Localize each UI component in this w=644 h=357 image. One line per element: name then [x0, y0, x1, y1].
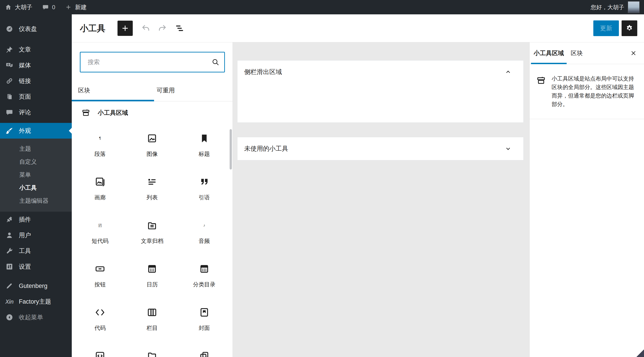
block-type-html[interactable] — [74, 340, 126, 357]
submenu-item[interactable]: 菜单 — [0, 168, 72, 181]
block-type-paragraph[interactable]: ¶段落 — [74, 123, 126, 166]
sidebar-item-label: 插件 — [19, 216, 31, 224]
image-icon — [146, 132, 158, 144]
submenu-item[interactable]: 主题编辑器 — [0, 194, 72, 207]
block-type-cover[interactable]: 封面 — [178, 297, 230, 340]
header-actions: 更新 — [593, 20, 644, 36]
block-type-quote[interactable]: 引语 — [178, 166, 230, 210]
admin-bar-site-menu[interactable]: 大胡子 — [0, 0, 37, 14]
file-icon — [146, 350, 158, 357]
sidebar-item-pages[interactable]: 页面 — [0, 89, 72, 104]
sidebar-item-dashboard[interactable]: 仪表盘 — [0, 21, 72, 37]
admin-bar-new[interactable]: 新建 — [60, 0, 92, 14]
pencil-icon — [5, 282, 14, 290]
sidebar-item-tools[interactable]: 工具 — [0, 243, 72, 259]
submenu-item[interactable]: 小工具 — [0, 181, 72, 194]
block-type-list[interactable]: 列表 — [126, 166, 178, 210]
plus-icon — [121, 24, 130, 33]
section-title: 小工具区域 — [98, 109, 128, 117]
description-text: 小工具区域是站点布局中可以支持区块的全局部分。这些区域因主题而异，但通常都是您的… — [552, 74, 638, 108]
sidebar-item-label: 评论 — [19, 108, 31, 116]
list-view-button[interactable] — [174, 23, 184, 34]
sidebar-item-label: 页面 — [19, 92, 31, 101]
block-type-audio[interactable]: ♪音频 — [178, 210, 230, 254]
sidebar-tab[interactable]: 区块 — [568, 42, 586, 64]
comment-count: 0 — [52, 4, 55, 11]
close-icon[interactable] — [628, 48, 638, 58]
sidebar-item-appearance[interactable]: 外观 — [0, 123, 72, 138]
sidebar-item-label: 设置 — [19, 262, 31, 271]
sidebar-item-plugin[interactable]: 插件 — [0, 212, 72, 228]
block-label: 按钮 — [94, 282, 106, 288]
editor: 小工具 更新 区块可重用 — [72, 14, 644, 357]
html-icon — [94, 350, 106, 357]
sidebar-item-comment[interactable]: 评论 — [0, 104, 72, 120]
sidebar-item-label: 链接 — [19, 77, 31, 85]
sidebar-item-label: Gutenberg — [19, 282, 48, 290]
sidebar-item-pushpin[interactable]: 文章 — [0, 42, 72, 58]
submenu-item[interactable]: 主题 — [0, 142, 72, 155]
sidebar-item-xin[interactable]: XinFactory主题 — [0, 294, 72, 310]
sidebar-item-pencil[interactable]: Gutenberg — [0, 278, 72, 294]
sidebar-item-media[interactable]: 媒体 — [0, 58, 72, 73]
inserter-tabs: 区块可重用 — [72, 80, 232, 101]
admin-bar-comments[interactable]: 0 — [37, 0, 60, 14]
list-icon — [146, 176, 158, 188]
new-label: 新建 — [75, 3, 86, 11]
undo-button[interactable] — [140, 23, 151, 34]
block-type-columns[interactable]: 栏目 — [126, 297, 178, 340]
block-type-file[interactable] — [126, 340, 178, 357]
xin-icon: Xin — [5, 297, 14, 306]
editor-header: 小工具 更新 — [72, 14, 644, 42]
comment-icon — [5, 108, 14, 117]
settings-toggle-button[interactable] — [622, 20, 637, 36]
submenu-item[interactable]: 自定义 — [0, 155, 72, 168]
block-label: 分类目录 — [193, 282, 216, 288]
block-label: 文章归档 — [141, 238, 163, 244]
block-type-gallery[interactable]: 画廊 — [74, 166, 126, 210]
block-label: 日历 — [146, 282, 158, 288]
update-button[interactable]: 更新 — [593, 20, 619, 36]
block-type-calendar[interactable]: 日历 — [126, 254, 178, 297]
block-label: 栏目 — [146, 325, 158, 331]
block-type-image[interactable]: 图像 — [126, 123, 178, 166]
widget-area-icon — [81, 108, 90, 118]
sidebar-item-settings[interactable]: 设置 — [0, 259, 72, 274]
block-type-heading[interactable]: 标题 — [178, 123, 230, 166]
sidebar-item-link[interactable]: 链接 — [0, 73, 72, 89]
group-icon — [199, 350, 210, 357]
widget-area-panel-header[interactable]: 侧栏滑出区域 — [238, 60, 523, 84]
gear-icon — [625, 24, 634, 32]
widget-area-description: 小工具区域是站点布局中可以支持区块的全局部分。这些区域因主题而异，但通常都是您的… — [530, 64, 644, 119]
sidebar-item-label: Factory主题 — [19, 298, 51, 306]
add-block-button[interactable] — [118, 21, 133, 36]
block-type-shortcode[interactable]: [/]短代码 — [74, 210, 126, 254]
scrollbar-thumb[interactable] — [230, 129, 232, 170]
admin-bar-account[interactable]: 您好，大胡子 — [591, 1, 644, 13]
block-type-group[interactable] — [178, 340, 230, 357]
sidebar-tab[interactable]: 小工具区域 — [531, 42, 567, 64]
audio-icon: ♪ — [204, 220, 205, 231]
block-type-categories[interactable]: 分类目录 — [178, 254, 230, 297]
inserter-tab[interactable]: 区块 — [72, 80, 154, 101]
block-type-archives[interactable]: 文章归档 — [126, 210, 178, 254]
redo-button[interactable] — [157, 23, 168, 34]
sidebar-item-users[interactable]: 用户 — [0, 228, 72, 243]
dashboard-icon — [5, 24, 14, 34]
block-label: 封面 — [199, 325, 210, 331]
greeting: 您好，大胡子 — [591, 4, 624, 11]
block-type-button[interactable]: 按钮 — [74, 254, 126, 297]
widget-area-panel-header[interactable]: 未使用的小工具 — [238, 137, 523, 160]
cover-icon — [199, 306, 210, 318]
sidebar-item-label: 媒体 — [19, 61, 31, 69]
search-input[interactable] — [80, 52, 225, 72]
page-title: 小工具 — [80, 23, 106, 34]
home-icon — [5, 4, 12, 10]
collapse-menu-button[interactable]: 收起菜单 — [0, 310, 72, 325]
block-type-code[interactable]: 代码 — [74, 297, 126, 340]
block-label: 画廊 — [94, 194, 106, 200]
inserter-tab[interactable]: 可重用 — [154, 80, 233, 101]
tools-icon — [5, 246, 14, 256]
archives-icon — [146, 220, 158, 231]
wp-widgets-editor: 大胡子 0 新建 您好，大胡子 仪表盘文章媒体链接页面评论外观主题自定义菜单小工… — [0, 0, 644, 357]
